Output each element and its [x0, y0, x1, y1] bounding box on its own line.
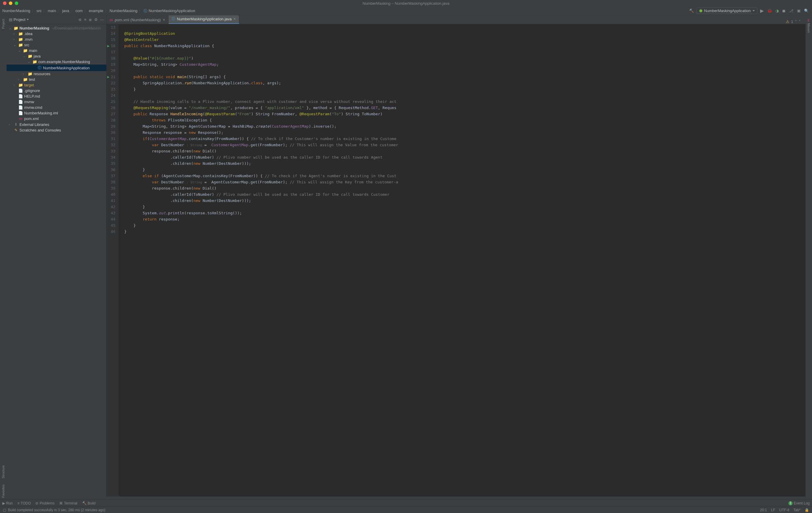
code-line[interactable]: public Response HandleIncoming(@RequestP…: [124, 111, 806, 117]
line-number[interactable]: 16▶: [111, 43, 116, 49]
breadcrumb-item[interactable]: com: [76, 8, 83, 13]
tool-tab-structure[interactable]: Structure: [1, 463, 6, 480]
line-number[interactable]: 17: [111, 49, 116, 55]
line-number[interactable]: 26: [111, 105, 116, 111]
maximize-window-icon[interactable]: [15, 1, 18, 5]
breadcrumb-item[interactable]: main: [48, 8, 56, 13]
code-line[interactable]: }: [124, 167, 806, 173]
code-line[interactable]: // Handle incoming calls to a Plivo numb…: [124, 99, 806, 105]
line-number[interactable]: 34: [111, 154, 116, 160]
line-number[interactable]: 31: [111, 136, 116, 142]
search-everywhere-icon[interactable]: 🔍: [803, 8, 810, 14]
code-line[interactable]: response.children(new Dial(): [124, 148, 806, 154]
tree-item[interactable]: ›📁.idea: [6, 31, 106, 36]
line-number[interactable]: 45: [111, 222, 116, 228]
git-button[interactable]: ⎇: [788, 8, 794, 14]
line-number[interactable]: 42: [111, 204, 116, 210]
debug-button[interactable]: 🐞: [766, 8, 773, 14]
line-number[interactable]: 21▶: [111, 74, 116, 80]
hide-panel-icon[interactable]: —: [100, 18, 104, 22]
line-number[interactable]: 44: [111, 216, 116, 222]
line-number[interactable]: 23: [111, 86, 116, 92]
run-button[interactable]: ▶: [759, 7, 764, 15]
code-line[interactable]: else if (AgentCustomerMap.containsKey(Fr…: [124, 173, 806, 179]
line-number[interactable]: 43: [111, 210, 116, 216]
close-tab-icon[interactable]: ✕: [233, 17, 236, 21]
breadcrumb-item[interactable]: NumberMasking: [2, 8, 30, 13]
line-number[interactable]: 24: [111, 92, 116, 99]
breadcrumb-item[interactable]: NumberMasking: [110, 8, 138, 13]
line-number[interactable]: 18: [111, 55, 116, 61]
breadcrumb-item[interactable]: java: [62, 8, 69, 13]
line-number[interactable]: 29: [111, 123, 116, 129]
tree-item[interactable]: ⌄📁NumberMasking~/Downloads/NumberMaskin: [6, 25, 106, 31]
editor-tab[interactable]: ⒸNumberMaskingApplication.java✕: [169, 15, 239, 24]
line-number[interactable]: 27: [111, 111, 116, 117]
line-number[interactable]: 35: [111, 160, 116, 167]
layout-button[interactable]: ▣: [796, 8, 802, 14]
tree-item[interactable]: 📄mvnw.cmd: [6, 105, 106, 110]
code-line[interactable]: if(CustomerAgentMap.containsKey(FromNumb…: [124, 136, 806, 142]
bottom-tab-terminal[interactable]: ⌘Terminal: [59, 501, 77, 505]
breadcrumb-item[interactable]: example: [89, 8, 104, 13]
code-line[interactable]: public class NumberMaskingApplication {: [124, 43, 806, 49]
collapse-all-icon[interactable]: ≣: [89, 18, 92, 22]
editor-tab[interactable]: mpom.xml (NumberMasking)✕: [107, 16, 169, 24]
close-window-icon[interactable]: [3, 1, 6, 5]
tree-item[interactable]: ›📁resources: [6, 71, 106, 77]
chevron-down-icon[interactable]: [27, 19, 29, 20]
line-number[interactable]: 15: [111, 36, 116, 43]
code-line[interactable]: [124, 68, 806, 74]
tool-tab-favorites[interactable]: Favorites: [1, 483, 6, 500]
tree-item[interactable]: ⒸNumberMaskingApplication: [6, 64, 106, 71]
tree-item[interactable]: 📄HELP.md: [6, 93, 106, 99]
code-line[interactable]: .callerId(ToNumber) // Plivo number will…: [124, 191, 806, 197]
code-line[interactable]: @Value("#{${number.map}}"): [124, 55, 806, 61]
line-number[interactable]: 46: [111, 228, 116, 235]
tree-item[interactable]: ⌄📁com.example.NumberMasking: [6, 59, 106, 64]
line-number[interactable]: 19: [111, 61, 116, 68]
line-number[interactable]: 22: [111, 80, 116, 86]
code-line[interactable]: Map<String, String> CustomerAgentMap;: [124, 61, 806, 68]
cursor-position[interactable]: 20:1: [760, 508, 767, 512]
line-number[interactable]: 32: [111, 142, 116, 148]
code-line[interactable]: @RequestMapping(value = "/number_masking…: [124, 105, 806, 111]
code-content[interactable]: @SpringBootApplication@RestControllerpub…: [118, 24, 806, 496]
line-number[interactable]: 13: [111, 24, 116, 30]
code-line[interactable]: .callerId(ToNumber) // Plivo number will…: [124, 154, 806, 160]
breadcrumb-item[interactable]: NumberMaskingApplication: [148, 8, 195, 13]
code-line[interactable]: Response response = new Response();: [124, 129, 806, 136]
tool-tab-project[interactable]: Project: [1, 17, 6, 31]
line-number[interactable]: 30: [111, 129, 116, 136]
code-line[interactable]: response.children(new Dial(): [124, 185, 806, 191]
code-line[interactable]: .children(new Number(DestNumber)));: [124, 160, 806, 167]
close-tab-icon[interactable]: ✕: [163, 18, 165, 22]
status-icon[interactable]: ▢: [3, 508, 6, 512]
project-tree[interactable]: ⌄📁NumberMasking~/Downloads/NumberMaskin›…: [6, 24, 106, 500]
maven-tool-tab[interactable]: mMaven: [806, 17, 811, 34]
next-highlight-icon[interactable]: ˅: [799, 20, 801, 24]
line-number[interactable]: 25: [111, 99, 116, 105]
code-line[interactable]: var DestNumber : String = AgentCustomerM…: [124, 179, 806, 185]
expand-all-icon[interactable]: ≡: [84, 18, 86, 22]
code-line[interactable]: return response;: [124, 216, 806, 222]
code-line[interactable]: SpringApplication.run(NumberMaskingAppli…: [124, 80, 806, 86]
stop-button[interactable]: ◼: [781, 8, 786, 14]
line-separator[interactable]: LF: [771, 508, 775, 512]
line-number[interactable]: 28: [111, 117, 116, 123]
tree-item[interactable]: ›📁test: [6, 77, 106, 82]
coverage-button[interactable]: ◑: [775, 8, 780, 14]
code-line[interactable]: }: [124, 204, 806, 210]
tree-item[interactable]: ›📁.mvn: [6, 36, 106, 42]
line-number[interactable]: 37: [111, 173, 116, 179]
line-number[interactable]: 40: [111, 191, 116, 197]
line-number[interactable]: 38: [111, 179, 116, 185]
lock-icon[interactable]: 🔒: [805, 508, 809, 512]
code-line[interactable]: public static void main(String[] args) {: [124, 74, 806, 80]
inspection-widget[interactable]: ⚠ 1 ˄ ˅: [786, 18, 806, 24]
horizontal-scrollbar[interactable]: [107, 496, 806, 500]
code-line[interactable]: Map<String, String> AgentCustomerMap = H…: [124, 123, 806, 129]
tree-item[interactable]: mpom.xml: [6, 116, 106, 122]
tree-item[interactable]: ✎Scratches and Consoles: [6, 127, 106, 133]
bottom-tab-problems[interactable]: ⊘Problems: [35, 501, 55, 505]
